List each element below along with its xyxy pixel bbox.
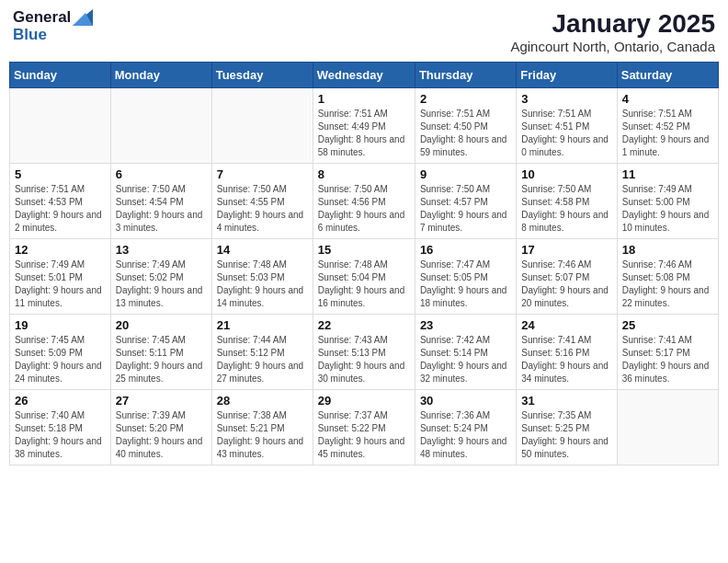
- calendar-day-cell: 23Sunrise: 7:42 AM Sunset: 5:14 PM Dayli…: [415, 315, 516, 390]
- day-info: Sunrise: 7:41 AM Sunset: 5:16 PM Dayligh…: [521, 334, 611, 385]
- day-info: Sunrise: 7:49 AM Sunset: 5:00 PM Dayligh…: [622, 183, 713, 235]
- weekday-header: Monday: [110, 63, 211, 88]
- calendar-week-row: 19Sunrise: 7:45 AM Sunset: 5:09 PM Dayli…: [10, 315, 719, 390]
- day-info: Sunrise: 7:50 AM Sunset: 4:54 PM Dayligh…: [116, 183, 207, 235]
- logo-general: General: [13, 9, 71, 27]
- calendar-day-cell: [110, 88, 211, 164]
- calendar-day-cell: 9Sunrise: 7:50 AM Sunset: 4:57 PM Daylig…: [415, 164, 516, 239]
- day-number: 2: [420, 92, 511, 106]
- day-number: 21: [217, 318, 308, 332]
- weekday-header-row: SundayMondayTuesdayWednesdayThursdayFrid…: [10, 63, 719, 88]
- day-info: Sunrise: 7:40 AM Sunset: 5:18 PM Dayligh…: [15, 409, 106, 461]
- calendar-week-row: 26Sunrise: 7:40 AM Sunset: 5:18 PM Dayli…: [10, 390, 719, 465]
- calendar-day-cell: 20Sunrise: 7:45 AM Sunset: 5:11 PM Dayli…: [110, 315, 211, 390]
- day-info: Sunrise: 7:45 AM Sunset: 5:09 PM Dayligh…: [15, 334, 106, 385]
- calendar-subtitle: Agincourt North, Ontario, Canada: [510, 39, 715, 54]
- calendar-table: SundayMondayTuesdayWednesdayThursdayFrid…: [9, 62, 719, 465]
- day-info: Sunrise: 7:35 AM Sunset: 5:25 PM Dayligh…: [521, 409, 611, 461]
- calendar-day-cell: 24Sunrise: 7:41 AM Sunset: 5:16 PM Dayli…: [517, 315, 617, 390]
- day-number: 31: [521, 394, 611, 408]
- day-number: 12: [15, 243, 106, 257]
- calendar-day-cell: 8Sunrise: 7:50 AM Sunset: 4:56 PM Daylig…: [313, 164, 415, 239]
- day-info: Sunrise: 7:42 AM Sunset: 5:14 PM Dayligh…: [420, 334, 511, 385]
- calendar-day-cell: 7Sunrise: 7:50 AM Sunset: 4:55 PM Daylig…: [211, 164, 313, 239]
- calendar-day-cell: 30Sunrise: 7:36 AM Sunset: 5:24 PM Dayli…: [415, 390, 516, 465]
- day-number: 5: [15, 167, 106, 181]
- day-number: 1: [318, 92, 410, 106]
- day-info: Sunrise: 7:50 AM Sunset: 4:56 PM Dayligh…: [318, 183, 410, 235]
- calendar-day-cell: 16Sunrise: 7:47 AM Sunset: 5:05 PM Dayli…: [415, 239, 516, 315]
- day-number: 28: [217, 394, 308, 408]
- day-info: Sunrise: 7:50 AM Sunset: 4:58 PM Dayligh…: [521, 183, 611, 235]
- logo-icon: [73, 9, 93, 26]
- day-info: Sunrise: 7:37 AM Sunset: 5:22 PM Dayligh…: [318, 409, 410, 461]
- day-info: Sunrise: 7:39 AM Sunset: 5:20 PM Dayligh…: [116, 409, 207, 461]
- weekday-header: Thursday: [415, 63, 516, 88]
- calendar-week-row: 12Sunrise: 7:49 AM Sunset: 5:01 PM Dayli…: [10, 239, 719, 315]
- day-number: 26: [15, 394, 106, 408]
- day-number: 23: [420, 318, 511, 332]
- weekday-header: Tuesday: [211, 63, 313, 88]
- logo: General Blue: [13, 9, 93, 43]
- calendar-day-cell: 17Sunrise: 7:46 AM Sunset: 5:07 PM Dayli…: [517, 239, 617, 315]
- day-info: Sunrise: 7:49 AM Sunset: 5:01 PM Dayligh…: [15, 259, 106, 310]
- weekday-header: Friday: [517, 63, 617, 88]
- calendar-day-cell: 3Sunrise: 7:51 AM Sunset: 4:51 PM Daylig…: [517, 88, 617, 164]
- day-number: 17: [521, 243, 611, 257]
- day-number: 19: [15, 318, 106, 332]
- calendar-title: January 2025: [510, 9, 715, 39]
- day-info: Sunrise: 7:41 AM Sunset: 5:17 PM Dayligh…: [622, 334, 713, 385]
- calendar-day-cell: [617, 390, 718, 465]
- title-section: January 2025 Agincourt North, Ontario, C…: [510, 9, 715, 54]
- calendar-day-cell: 25Sunrise: 7:41 AM Sunset: 5:17 PM Dayli…: [617, 315, 718, 390]
- day-number: 3: [521, 92, 611, 106]
- day-number: 9: [420, 167, 511, 181]
- day-info: Sunrise: 7:47 AM Sunset: 5:05 PM Dayligh…: [420, 259, 511, 310]
- day-number: 15: [318, 243, 410, 257]
- calendar-day-cell: 29Sunrise: 7:37 AM Sunset: 5:22 PM Dayli…: [313, 390, 415, 465]
- calendar-day-cell: 2Sunrise: 7:51 AM Sunset: 4:50 PM Daylig…: [415, 88, 516, 164]
- calendar-day-cell: 26Sunrise: 7:40 AM Sunset: 5:18 PM Dayli…: [10, 390, 111, 465]
- day-info: Sunrise: 7:51 AM Sunset: 4:53 PM Dayligh…: [15, 183, 106, 235]
- calendar-day-cell: 11Sunrise: 7:49 AM Sunset: 5:00 PM Dayli…: [617, 164, 718, 239]
- day-number: 18: [622, 243, 713, 257]
- calendar-day-cell: 28Sunrise: 7:38 AM Sunset: 5:21 PM Dayli…: [211, 390, 313, 465]
- day-number: 7: [217, 167, 308, 181]
- calendar-day-cell: 1Sunrise: 7:51 AM Sunset: 4:49 PM Daylig…: [313, 88, 415, 164]
- day-info: Sunrise: 7:45 AM Sunset: 5:11 PM Dayligh…: [116, 334, 207, 385]
- day-number: 16: [420, 243, 511, 257]
- logo-blue: Blue: [13, 27, 93, 44]
- calendar-day-cell: 18Sunrise: 7:46 AM Sunset: 5:08 PM Dayli…: [617, 239, 718, 315]
- day-info: Sunrise: 7:51 AM Sunset: 4:49 PM Dayligh…: [318, 108, 410, 159]
- day-number: 14: [217, 243, 308, 257]
- day-number: 27: [116, 394, 207, 408]
- calendar-day-cell: 27Sunrise: 7:39 AM Sunset: 5:20 PM Dayli…: [110, 390, 211, 465]
- day-number: 6: [116, 167, 207, 181]
- day-info: Sunrise: 7:50 AM Sunset: 4:55 PM Dayligh…: [217, 183, 308, 235]
- day-info: Sunrise: 7:49 AM Sunset: 5:02 PM Dayligh…: [116, 259, 207, 310]
- calendar-week-row: 5Sunrise: 7:51 AM Sunset: 4:53 PM Daylig…: [10, 164, 719, 239]
- day-info: Sunrise: 7:46 AM Sunset: 5:07 PM Dayligh…: [521, 259, 611, 310]
- calendar-day-cell: 15Sunrise: 7:48 AM Sunset: 5:04 PM Dayli…: [313, 239, 415, 315]
- day-number: 13: [116, 243, 207, 257]
- calendar-day-cell: 13Sunrise: 7:49 AM Sunset: 5:02 PM Dayli…: [110, 239, 211, 315]
- weekday-header: Sunday: [10, 63, 111, 88]
- calendar-day-cell: 10Sunrise: 7:50 AM Sunset: 4:58 PM Dayli…: [517, 164, 617, 239]
- calendar-week-row: 1Sunrise: 7:51 AM Sunset: 4:49 PM Daylig…: [10, 88, 719, 164]
- day-number: 29: [318, 394, 410, 408]
- calendar-day-cell: 6Sunrise: 7:50 AM Sunset: 4:54 PM Daylig…: [110, 164, 211, 239]
- calendar-day-cell: 21Sunrise: 7:44 AM Sunset: 5:12 PM Dayli…: [211, 315, 313, 390]
- calendar-day-cell: 19Sunrise: 7:45 AM Sunset: 5:09 PM Dayli…: [10, 315, 111, 390]
- day-info: Sunrise: 7:38 AM Sunset: 5:21 PM Dayligh…: [217, 409, 308, 461]
- day-info: Sunrise: 7:44 AM Sunset: 5:12 PM Dayligh…: [217, 334, 308, 385]
- calendar-day-cell: 31Sunrise: 7:35 AM Sunset: 5:25 PM Dayli…: [517, 390, 617, 465]
- day-info: Sunrise: 7:36 AM Sunset: 5:24 PM Dayligh…: [420, 409, 511, 461]
- day-info: Sunrise: 7:51 AM Sunset: 4:51 PM Dayligh…: [521, 108, 611, 159]
- page-header: General Blue January 2025 Agincourt Nort…: [9, 9, 719, 54]
- day-info: Sunrise: 7:51 AM Sunset: 4:52 PM Dayligh…: [622, 108, 713, 159]
- calendar-day-cell: 22Sunrise: 7:43 AM Sunset: 5:13 PM Dayli…: [313, 315, 415, 390]
- day-info: Sunrise: 7:43 AM Sunset: 5:13 PM Dayligh…: [318, 334, 410, 385]
- day-number: 10: [521, 167, 611, 181]
- calendar-day-cell: [211, 88, 313, 164]
- day-info: Sunrise: 7:50 AM Sunset: 4:57 PM Dayligh…: [420, 183, 511, 235]
